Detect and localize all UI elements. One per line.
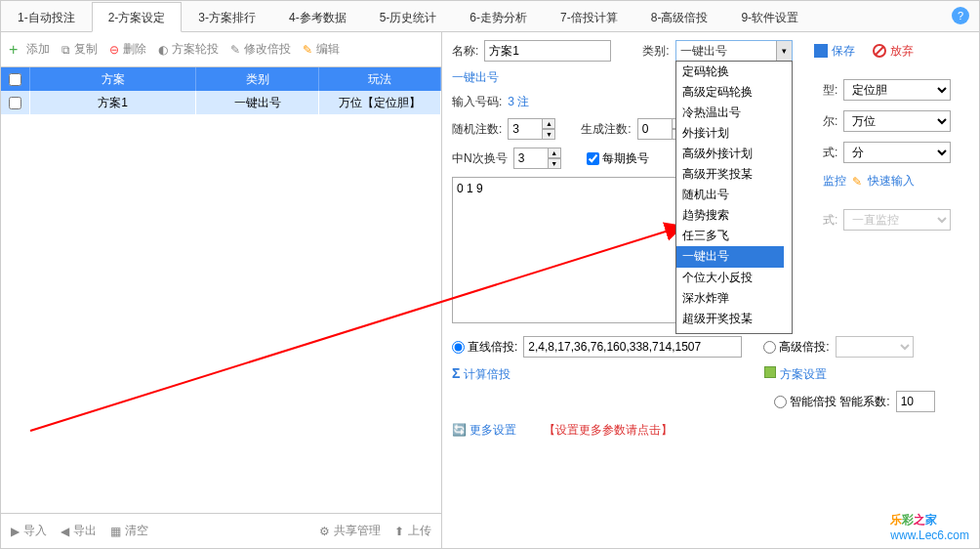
col-plan[interactable]: 方案 (30, 67, 196, 91)
calc-bet-link[interactable]: Σ计算倍投 (452, 365, 510, 383)
col-category[interactable]: 类别 (196, 67, 319, 91)
edit-button[interactable]: ✎编辑 (303, 41, 340, 58)
upload-icon: ⬆ (394, 525, 404, 538)
tab-3[interactable]: 3-方案排行 (182, 2, 272, 31)
dropdown-item[interactable]: 高级开奖投某 (676, 164, 792, 185)
dropdown-item[interactable]: 定码轮换 (676, 62, 792, 82)
name-label: 名称: (452, 43, 478, 60)
type-label: 型: (823, 82, 837, 99)
tab-8[interactable]: 8-高级倍投 (634, 2, 725, 31)
mode-select: 一直监控 (843, 209, 951, 231)
dropdown-item[interactable]: 任三多飞 (676, 226, 792, 246)
row-checkbox[interactable] (9, 97, 21, 109)
add-button[interactable]: +添加 (9, 41, 50, 58)
clear-icon: ▦ (110, 525, 121, 538)
tab-1[interactable]: 1-自动投注 (1, 2, 92, 31)
dropdown-item[interactable]: 高级定码轮换 (676, 82, 792, 103)
tab-2[interactable]: 2-方案设定 (92, 2, 183, 32)
tab-4[interactable]: 4-参考数据 (272, 2, 363, 31)
dropdown-item[interactable]: 深水炸弹 (676, 288, 792, 309)
spin-down[interactable]: ▼ (548, 158, 561, 169)
refresh-icon: 🔄 (452, 423, 467, 437)
rotate-icon: ◐ (158, 43, 168, 57)
adv-bet-select (836, 336, 914, 358)
spin-up[interactable]: ▲ (548, 148, 561, 158)
more-settings-hint: 【设置更多参数请点击】 (544, 422, 673, 439)
fast-input-link[interactable]: 快速输入 (868, 173, 915, 190)
gen-count-input[interactable] (637, 118, 673, 140)
dropdown-item[interactable]: 冷热温出号 (676, 103, 792, 123)
dropdown-item[interactable]: 趋势搜索 (676, 205, 792, 226)
rotate-button[interactable]: ◐方案轮投 (158, 41, 219, 58)
category-label: 类别: (642, 43, 669, 60)
dropdown-item[interactable]: 高级外接计划 (676, 144, 792, 164)
every-period-checkbox[interactable]: 每期换号 (587, 150, 649, 167)
brand-logo: 乐彩之家 www.Lec6.com (890, 510, 969, 542)
sigma-icon: Σ (452, 365, 460, 381)
modify-bet-button[interactable]: ✎修改倍投 (230, 41, 291, 58)
category-combo-input[interactable] (675, 40, 793, 62)
settings-icon (764, 366, 776, 378)
share-button[interactable]: ⚙共享管理 (319, 523, 381, 539)
col-play[interactable]: 玩法 (319, 67, 441, 91)
dropdown-item[interactable]: 个位大小反投 (676, 268, 792, 288)
category-dropdown: 定码轮换高级定码轮换冷热温出号外接计划高级外接计划高级开奖投某随机出号趋势搜索任… (675, 61, 793, 334)
gen-count-label: 生成注数: (581, 121, 631, 138)
brand-url: www.Lec6.com (890, 528, 969, 542)
plus-icon: + (9, 43, 22, 57)
minus-icon: ⊖ (109, 43, 119, 57)
copy-button[interactable]: ⧉复制 (61, 41, 98, 58)
spin-up[interactable]: ▲ (542, 118, 555, 129)
dropdown-item[interactable]: 固定取码 (676, 329, 792, 334)
line-bet-radio[interactable]: 直线倍投: (452, 339, 517, 356)
name-input[interactable] (484, 40, 611, 62)
smart-bet-radio[interactable]: 智能倍投 智能系数: (774, 394, 890, 410)
pos-label: 尔: (823, 113, 837, 130)
adv-bet-radio[interactable]: 高级倍投: (763, 339, 829, 356)
dropdown-item[interactable]: 外接计划 (676, 123, 792, 144)
grid-header: 方案 类别 玩法 (1, 67, 441, 91)
line-bet-input[interactable] (523, 336, 742, 358)
tab-5[interactable]: 5-历史统计 (363, 2, 454, 31)
cell-play: 万位【定位胆】 (319, 91, 441, 114)
pencil-icon: ✎ (852, 175, 862, 189)
pencil-icon: ✎ (303, 43, 312, 57)
grid-body: 方案1 一键出号 万位【定位胆】 (1, 91, 441, 513)
pos-select[interactable]: 万位 (843, 110, 951, 132)
left-toolbar: +添加 ⧉复制 ⊖删除 ◐方案轮投 ✎修改倍投 ✎编辑 (1, 32, 441, 67)
dropdown-item[interactable]: 随机出号 (676, 185, 792, 205)
monitor-link[interactable]: 监控 (823, 173, 846, 190)
dropdown-item[interactable]: 超级开奖投某 (676, 309, 792, 329)
unit-label: 式: (823, 145, 837, 161)
chevron-down-icon[interactable]: ▾ (776, 41, 792, 61)
input-number-link[interactable]: 3 注 (508, 94, 529, 110)
import-button[interactable]: ▶导入 (11, 523, 47, 539)
mode-label: 式: (823, 212, 837, 229)
plan-settings-link[interactable]: 方案设置 (764, 366, 826, 383)
spin-down[interactable]: ▼ (542, 129, 555, 140)
discard-button[interactable]: 放弃 (873, 43, 914, 60)
delete-button[interactable]: ⊖删除 (109, 41, 146, 58)
clear-button[interactable]: ▦清空 (110, 523, 148, 539)
copy-icon: ⧉ (61, 43, 70, 57)
upload-button[interactable]: ⬆上传 (394, 523, 431, 539)
help-icon[interactable]: ? (952, 7, 969, 24)
tab-6[interactable]: 6-走势分析 (453, 2, 544, 31)
save-button[interactable]: 保存 (814, 43, 855, 60)
dropdown-item[interactable]: 一键出号 (676, 246, 784, 268)
export-button[interactable]: ◀导出 (61, 523, 97, 539)
table-row[interactable]: 方案1 一键出号 万位【定位胆】 (1, 91, 441, 114)
save-icon (814, 44, 828, 58)
select-all-checkbox[interactable] (9, 73, 21, 86)
mid-n-input[interactable] (513, 148, 549, 169)
type-select[interactable]: 定位胆 (843, 79, 951, 101)
category-combo[interactable]: ▾ 定码轮换高级定码轮换冷热温出号外接计划高级外接计划高级开奖投某随机出号趋势搜… (675, 40, 793, 62)
random-count-input[interactable] (508, 118, 543, 140)
smart-coef-input[interactable] (896, 391, 935, 412)
tab-7[interactable]: 7-倍投计算 (544, 2, 634, 31)
import-icon: ▶ (11, 525, 20, 538)
unit-select[interactable]: 分 (843, 142, 951, 163)
tab-9[interactable]: 9-软件设置 (724, 2, 815, 31)
more-settings-link[interactable]: 🔄 更多设置 (452, 422, 516, 439)
gear-icon: ⚙ (319, 525, 330, 538)
